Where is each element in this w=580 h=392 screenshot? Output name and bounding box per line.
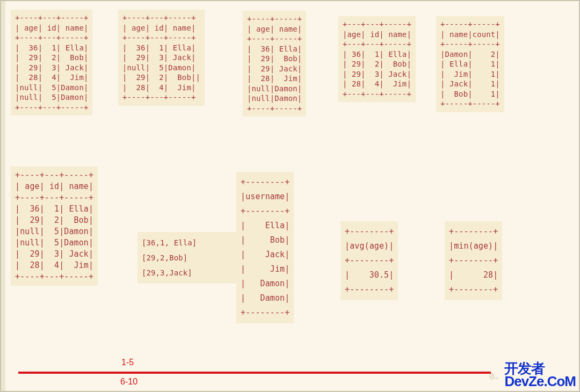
label-bottom-range: 6-10 <box>120 377 137 387</box>
label-top-range: 1-5 <box>121 358 134 367</box>
panel-5: +-----+-----+ | name|count| +-----+-----… <box>436 16 504 112</box>
panel-3: +----+-----+ | age| name| +----+-----+ |… <box>243 11 306 117</box>
left-margin <box>1 1 5 391</box>
panel-10: +--------+ |min(age)| +--------+ | 28| +… <box>445 221 502 300</box>
panel-1: +----+---+-----+ | age| id| name| +----+… <box>11 10 92 115</box>
panel-2: +----+---+-----+ | age| id| name| +----+… <box>118 10 205 106</box>
panel-4: +---+---+-----+ |age| id| name| +---+---… <box>338 16 416 102</box>
faint-credit: @… <box>489 372 498 380</box>
watermark: 开发者 DevZe.CoM <box>504 362 576 388</box>
red-divider <box>18 372 491 374</box>
page-root: +----+---+-----+ | age| id| name| +----+… <box>0 0 580 392</box>
watermark-line2: DevZe.CoM <box>504 375 576 388</box>
panel-8: +--------+ |username| +--------+ | Ella|… <box>236 172 294 323</box>
panel-9: +--------+ |avg(age)| +--------+ | 30.5|… <box>340 221 398 300</box>
panel-6: +----+---+-----+ | age| id| name| +----+… <box>11 166 98 286</box>
